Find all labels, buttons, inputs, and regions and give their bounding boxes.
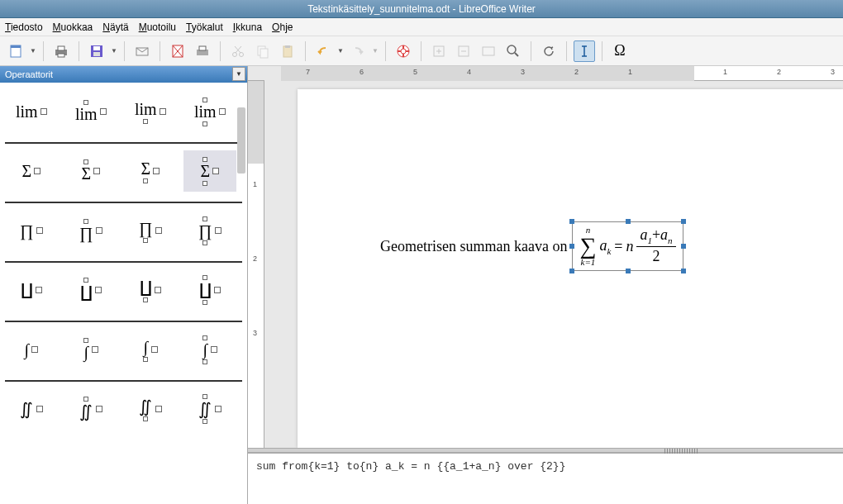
- horizontal-ruler[interactable]: 7654321123: [281, 66, 843, 81]
- redo-button[interactable]: [347, 40, 369, 62]
- zoom-100-button[interactable]: [478, 40, 499, 62]
- ruler-tick-label: 1: [723, 68, 727, 76]
- element-cell[interactable]: ∏: [124, 210, 177, 251]
- menu-view[interactable]: Näytä: [102, 21, 128, 33]
- resize-handle[interactable]: [681, 269, 686, 273]
- editor-area: 7654321123 123 Geometrisen summan kaava …: [248, 66, 843, 504]
- element-cell[interactable]: ∐: [64, 269, 117, 311]
- element-cell[interactable]: ∐: [183, 269, 236, 311]
- print-button[interactable]: [50, 40, 72, 62]
- document-scroll: 123 Geometrisen summan kaava on: [248, 81, 843, 448]
- sigma-lower-limit: k=1: [581, 258, 596, 267]
- resize-handle[interactable]: [681, 244, 686, 249]
- vruler-top-margin: [248, 81, 264, 164]
- cut-button[interactable]: [227, 40, 249, 62]
- menu-format[interactable]: Muotoilu: [139, 21, 176, 33]
- element-cell[interactable]: lim: [124, 91, 177, 132]
- svg-rect-15: [260, 49, 268, 58]
- resize-handle[interactable]: [626, 219, 631, 224]
- ruler-tick-label: 1: [628, 68, 632, 76]
- resize-handle[interactable]: [626, 269, 631, 273]
- elements-grid: lim lim lim lim Σ Σ Σ Σ ∏ ∏ ∏ ∏ ∐ ∐ ∐ ∐ …: [0, 83, 247, 504]
- menu-tools[interactable]: Työkalut: [186, 21, 223, 33]
- help-button[interactable]: [393, 40, 414, 62]
- elements-panel-title: Operaattorit: [5, 69, 53, 79]
- menu-file[interactable]: Tiedosto: [5, 21, 43, 33]
- formula-frame[interactable]: n ∑ k=1 ak = n a1+an 2: [572, 221, 683, 271]
- separator: [160, 41, 160, 61]
- element-cell[interactable]: ∬: [5, 388, 58, 430]
- pane-splitter[interactable]: [248, 448, 843, 453]
- element-cell[interactable]: lim: [183, 91, 236, 132]
- svg-point-13: [240, 52, 244, 56]
- numerator: a1+an: [636, 227, 675, 248]
- element-cell[interactable]: ∐: [124, 269, 177, 311]
- document-page[interactable]: Geometrisen summan kaava on n: [298, 89, 843, 448]
- save-dropdown[interactable]: ▼: [111, 47, 117, 55]
- vertical-ruler[interactable]: 123: [248, 81, 264, 448]
- formula-term: ak: [599, 237, 611, 256]
- symbols-button[interactable]: Ω: [609, 40, 631, 62]
- element-cell[interactable]: ∏: [5, 210, 58, 251]
- element-cell[interactable]: lim: [64, 91, 117, 132]
- element-cell[interactable]: Σ: [183, 150, 236, 192]
- window-titlebar: Tekstinkäsittely_suunnitelma.odt - Libre…: [0, 0, 843, 18]
- window-title: Tekstinkäsittely_suunnitelma.odt - Libre…: [307, 3, 536, 15]
- new-doc-button[interactable]: [5, 40, 26, 62]
- menubar: Tiedosto Muokkaa Näytä Muotoilu Työkalut…: [0, 18, 843, 36]
- formula-cursor-button[interactable]: [574, 40, 595, 62]
- menu-edit[interactable]: Muokkaa: [53, 21, 93, 33]
- refresh-button[interactable]: [538, 40, 560, 62]
- element-cell[interactable]: ∏: [183, 210, 236, 251]
- mail-button[interactable]: [131, 40, 153, 62]
- new-doc-dropdown[interactable]: ▼: [30, 47, 36, 55]
- element-cell[interactable]: ∫: [5, 329, 58, 370]
- element-cell[interactable]: ∐: [5, 269, 58, 311]
- formula-command-pane[interactable]: sum from{k=1} to{n} a_k = n {{a_1+a_n} o…: [248, 453, 843, 504]
- element-cell[interactable]: ∫: [183, 329, 236, 370]
- vruler-tick-label: 2: [253, 254, 257, 263]
- undo-button[interactable]: [312, 40, 334, 62]
- menu-window[interactable]: Ikkuna: [233, 21, 262, 33]
- element-cell[interactable]: ∬: [183, 388, 236, 430]
- element-cell[interactable]: ∫: [64, 329, 117, 370]
- resize-handle[interactable]: [569, 219, 574, 224]
- redo-dropdown[interactable]: ▼: [372, 47, 379, 55]
- undo-dropdown[interactable]: ▼: [337, 47, 344, 55]
- sigma-operator: n ∑ k=1: [579, 226, 596, 267]
- copy-button[interactable]: [252, 40, 274, 62]
- element-cell[interactable]: Σ: [64, 150, 117, 192]
- element-cell[interactable]: Σ: [5, 150, 58, 192]
- elements-row: Σ Σ Σ Σ: [5, 150, 242, 203]
- element-cell[interactable]: lim: [5, 91, 58, 132]
- svg-point-12: [233, 52, 237, 56]
- elements-panel-header[interactable]: Operaattorit ▼: [0, 66, 247, 83]
- vruler-tick-label: 1: [253, 180, 257, 188]
- zoom-out-button[interactable]: [453, 40, 474, 62]
- pdf-button[interactable]: [167, 40, 188, 62]
- save-button[interactable]: [86, 40, 107, 62]
- element-cell[interactable]: ∬: [124, 388, 177, 430]
- svg-rect-7: [93, 52, 100, 56]
- paste-button[interactable]: [277, 40, 298, 62]
- elements-scrollbar[interactable]: [237, 107, 245, 174]
- elements-panel: Operaattorit ▼ lim lim lim lim Σ Σ Σ Σ ∏…: [0, 66, 248, 504]
- elements-row: ∏ ∏ ∏ ∏: [5, 210, 242, 263]
- elements-dropdown-icon[interactable]: ▼: [232, 67, 245, 81]
- resize-handle[interactable]: [681, 219, 686, 224]
- svg-rect-4: [58, 54, 64, 57]
- element-cell[interactable]: ∫: [124, 329, 177, 370]
- separator: [305, 41, 306, 61]
- ruler-tick-label: 7: [306, 68, 310, 76]
- print-direct-button[interactable]: [192, 40, 213, 62]
- resize-handle[interactable]: [569, 244, 574, 249]
- ruler-tick-label: 5: [413, 68, 417, 76]
- zoom-in-button[interactable]: [428, 40, 450, 62]
- element-cell[interactable]: Σ: [124, 150, 177, 192]
- resize-handle[interactable]: [569, 269, 574, 273]
- zoom-button[interactable]: [502, 40, 524, 62]
- fraction: a1+an 2: [636, 227, 675, 265]
- element-cell[interactable]: ∬: [64, 388, 117, 430]
- element-cell[interactable]: ∏: [64, 210, 117, 251]
- menu-help[interactable]: Ohje: [272, 21, 293, 33]
